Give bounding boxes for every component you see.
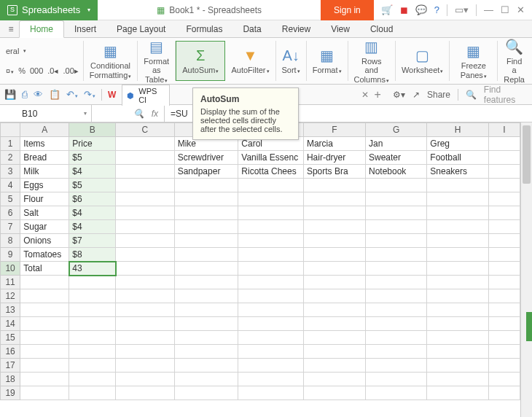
cell-C8[interactable] [116,234,175,248]
print-button[interactable]: ⎙ [22,89,28,100]
cell-C5[interactable] [116,192,175,206]
cell-D4[interactable] [174,179,238,192]
cell-C1[interactable] [116,137,175,151]
cell-E17[interactable] [238,359,304,373]
cell-C2[interactable] [116,151,175,165]
cell-E7[interactable] [238,220,304,234]
save-button[interactable]: 💾 [4,89,16,100]
cell-I6[interactable] [488,206,520,220]
cell-B13[interactable] [69,303,116,317]
cell-D12[interactable] [174,289,238,303]
cell-G7[interactable] [365,220,426,234]
cell-E19[interactable] [238,386,304,400]
cell-E9[interactable] [238,248,304,262]
share-label[interactable]: Share [427,90,450,100]
column-header-B[interactable]: B [69,123,116,137]
cell-C19[interactable] [116,386,175,400]
cell-I8[interactable] [488,234,520,248]
cell-C7[interactable] [116,220,175,234]
cell-H16[interactable] [427,345,488,359]
cell-E4[interactable] [238,179,304,192]
cell-H15[interactable] [427,331,488,345]
cell-C13[interactable] [116,303,175,317]
cell-A15[interactable] [20,331,69,345]
increase-decimal-button[interactable]: .0◂ [47,66,58,76]
fx-icon[interactable]: fx [152,109,158,119]
cell-F13[interactable] [303,303,365,317]
cell-A1[interactable]: Items [20,137,69,151]
row-header-6[interactable]: 6 [1,206,20,220]
row-header-8[interactable]: 8 [1,234,20,248]
row-header-2[interactable]: 2 [1,151,20,165]
cell-A16[interactable] [20,345,69,359]
row-header-10[interactable]: 10 [1,262,20,276]
minimize-button[interactable]: — [484,4,493,15]
tab-home[interactable]: Home [19,20,64,38]
cell-A5[interactable]: Flour [20,192,69,206]
row-header-11[interactable]: 11 [1,276,20,289]
row-header-3[interactable]: 3 [1,165,20,179]
tab-review[interactable]: Review [272,21,321,37]
cell-B9[interactable]: $8 [69,248,116,262]
cell-D11[interactable] [174,276,238,289]
tab-formulas[interactable]: Formulas [176,21,232,37]
cell-I16[interactable] [488,345,520,359]
cell-B6[interactable]: $4 [69,206,116,220]
cell-A2[interactable]: Bread [20,151,69,165]
cell-D14[interactable] [174,317,238,331]
cell-C3[interactable] [116,165,175,179]
cell-H12[interactable] [427,289,488,303]
cell-D9[interactable] [174,248,238,262]
cell-I13[interactable] [488,303,520,317]
cell-I11[interactable] [488,276,520,289]
collapse-ribbon-icon[interactable]: ▭▾ [455,4,469,15]
cell-B8[interactable]: $7 [69,234,116,248]
cell-H5[interactable] [427,192,488,206]
cell-B11[interactable] [69,276,116,289]
row-header-1[interactable]: 1 [1,137,20,151]
column-header-A[interactable]: A [20,123,69,137]
cell-I15[interactable] [488,331,520,345]
cell-F6[interactable] [303,206,365,220]
cell-A4[interactable]: Eggs [20,179,69,192]
cell-H14[interactable] [427,317,488,331]
cell-A3[interactable]: Milk [20,165,69,179]
rows-columns-button[interactable]: ▥ Rows andColumns▾ [348,41,396,81]
cell-G10[interactable] [365,262,426,276]
cell-C14[interactable] [116,317,175,331]
cell-H8[interactable] [427,234,488,248]
row-header-7[interactable]: 7 [1,220,20,234]
cell-B5[interactable]: $6 [69,192,116,206]
undo-button[interactable]: ↶▾ [66,89,78,100]
cell-C6[interactable] [116,206,175,220]
cell-D15[interactable] [174,331,238,345]
cell-H1[interactable]: Greg [427,137,488,151]
cell-E12[interactable] [238,289,304,303]
percent-button[interactable]: % [18,66,26,75]
cell-C18[interactable] [116,373,175,386]
cell-F12[interactable] [303,289,365,303]
format-button[interactable]: ▦ Format▾ [307,41,348,81]
row-header-17[interactable]: 17 [1,359,20,373]
cell-I5[interactable] [488,192,520,206]
row-header-5[interactable]: 5 [1,192,20,206]
row-header-14[interactable]: 14 [1,317,20,331]
cell-E18[interactable] [238,373,304,386]
freeze-panes-button[interactable]: ▦ Freeze Panes▾ [450,41,498,81]
tab-data[interactable]: Data [232,21,271,37]
cell-E2[interactable]: Vanilla Essenc [238,151,304,165]
cell-H17[interactable] [427,359,488,373]
cell-H6[interactable] [427,206,488,220]
cell-E14[interactable] [238,317,304,331]
select-all-corner[interactable] [1,123,20,137]
row-header-19[interactable]: 19 [1,386,20,400]
cell-I12[interactable] [488,289,520,303]
cell-I10[interactable] [488,262,520,276]
cell-A9[interactable]: Tomatoes [20,248,69,262]
cell-I2[interactable] [488,151,520,165]
share-icon[interactable]: ↗ [412,90,420,100]
cell-C17[interactable] [116,359,175,373]
cell-C15[interactable] [116,331,175,345]
tab-cloud[interactable]: Cloud [360,21,403,37]
cell-A12[interactable] [20,289,69,303]
